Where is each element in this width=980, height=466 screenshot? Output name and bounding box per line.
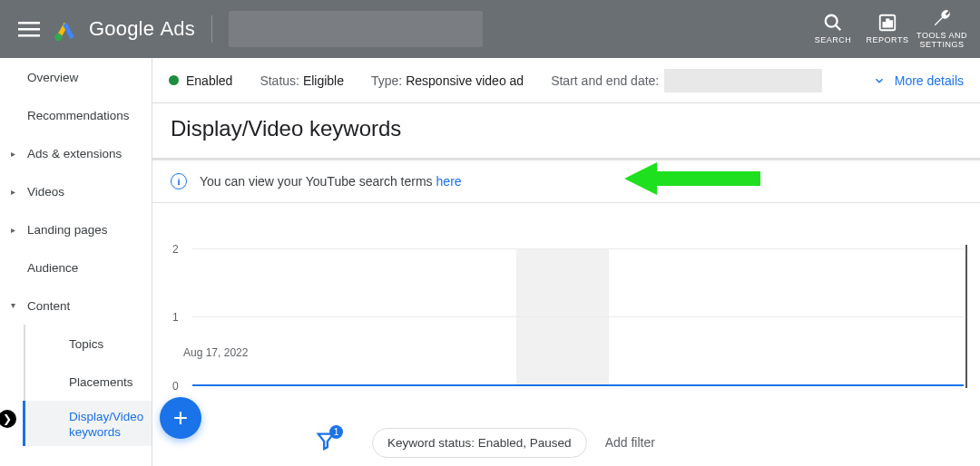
enabled-dot-icon — [169, 75, 179, 85]
nav-overview[interactable]: Overview — [0, 58, 152, 96]
ytick-2: 2 — [172, 243, 179, 256]
notice-text: You can view your YouTube search terms — [200, 174, 433, 189]
svg-point-4 — [826, 15, 838, 27]
nav-content[interactable]: ▾Content — [0, 286, 152, 325]
filter-toolbar: 1 Keyword status: Enabled, Paused Add fi… — [152, 419, 980, 466]
nav-ads-extensions[interactable]: ▸Ads & extensions — [0, 134, 152, 172]
chevron-down-icon — [873, 74, 886, 87]
main-content: Enabled Status: Eligible Type: Responsiv… — [152, 58, 980, 466]
add-filter-button[interactable]: Add filter — [605, 435, 655, 450]
notice-link[interactable]: here — [436, 174, 462, 189]
caret-right-icon: ▸ — [11, 225, 15, 235]
brand-secondary: Ads — [160, 17, 195, 40]
nav-audience[interactable]: Audience — [0, 248, 152, 286]
svg-rect-7 — [883, 23, 885, 27]
more-details-link[interactable]: More details — [873, 73, 964, 88]
svg-rect-9 — [890, 21, 892, 26]
search-icon — [823, 13, 843, 33]
svg-marker-10 — [624, 162, 760, 195]
nav-recommendations[interactable]: Recommendations — [0, 96, 152, 134]
svg-rect-2 — [18, 34, 40, 37]
menu-icon[interactable] — [18, 18, 40, 40]
filter-count-badge: 1 — [329, 425, 343, 439]
sidebar-nav: Overview Recommendations ▸Ads & extensio… — [0, 58, 152, 466]
brand-text: Google Ads — [89, 17, 195, 41]
ytick-0: 0 — [172, 380, 179, 393]
nav-landing-pages[interactable]: ▸Landing pages — [0, 210, 152, 248]
caret-right-icon: ▸ — [11, 149, 15, 159]
svg-line-5 — [836, 25, 841, 31]
chart-right-edge — [965, 245, 967, 388]
svg-rect-1 — [18, 28, 40, 31]
caret-right-icon: ▸ — [11, 187, 15, 197]
status-filter-chip[interactable]: Keyword status: Enabled, Paused — [372, 428, 587, 458]
ytick-1: 1 — [172, 311, 179, 324]
info-notice: i You can view your YouTube search terms… — [152, 160, 980, 203]
dates-redacted — [664, 69, 822, 92]
reports-icon — [877, 13, 897, 33]
status-eligibility: Status: Eligible — [260, 73, 344, 88]
google-ads-logo-icon — [53, 16, 78, 42]
reports-button[interactable]: REPORTS — [860, 13, 915, 45]
nav-videos[interactable]: ▸Videos — [0, 172, 152, 210]
wrench-icon — [932, 8, 952, 28]
chevron-right-icon[interactable]: ❯ — [0, 410, 16, 428]
app-header: Google Ads SEARCH REPORTS TOOLS AND SETT… — [0, 0, 980, 58]
nav-topics[interactable]: Topics — [24, 325, 152, 363]
svg-point-3 — [54, 34, 62, 41]
status-type: Type: Responsive video ad — [371, 73, 524, 88]
svg-rect-8 — [887, 19, 888, 26]
status-enabled: Enabled — [186, 73, 232, 88]
caret-down-icon: ▾ — [11, 300, 15, 310]
account-selector-redacted[interactable] — [229, 11, 483, 47]
filter-button[interactable]: 1 — [316, 431, 336, 454]
annotation-arrow-icon — [624, 160, 760, 199]
search-button[interactable]: SEARCH — [806, 13, 860, 45]
status-dates: Start and end date: — [551, 69, 822, 92]
chart: 2 1 0 Aug 17, 2022 — [152, 203, 980, 398]
info-icon: i — [171, 173, 187, 189]
status-bar: Enabled Status: Eligible Type: Responsiv… — [152, 58, 980, 103]
brand-primary: Google — [89, 17, 154, 40]
header-divider — [211, 15, 212, 43]
nav-placements[interactable]: Placements — [24, 363, 152, 401]
tools-settings-button[interactable]: TOOLS AND SETTINGS — [915, 8, 969, 50]
x-start-label: Aug 17, 2022 — [183, 346, 248, 359]
page-title: Display/Video keywords — [152, 103, 980, 158]
svg-rect-0 — [18, 22, 40, 24]
nav-display-video-keywords[interactable]: Display/Video keywords — [23, 401, 152, 446]
